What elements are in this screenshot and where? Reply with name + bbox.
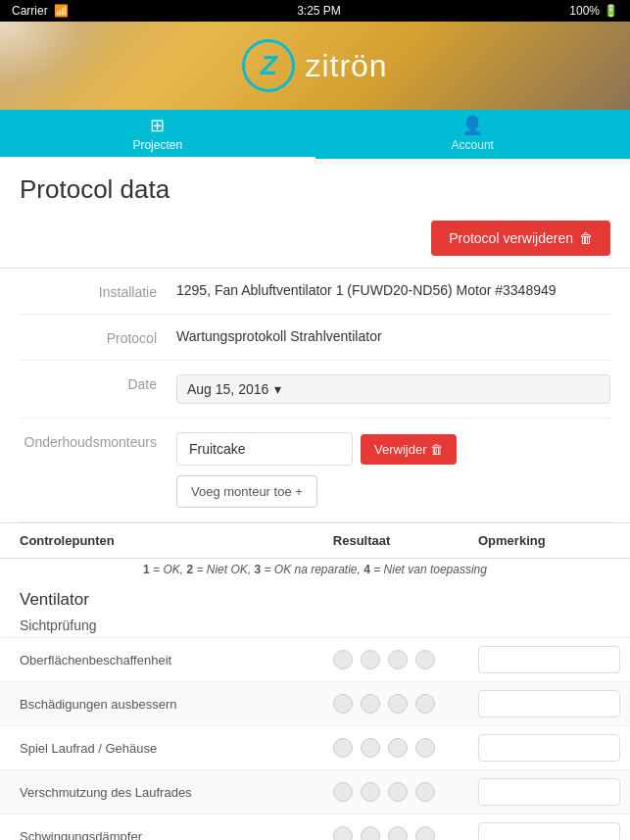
info-section: Installatie 1295, Fan Abluftventilator 1… xyxy=(0,268,630,522)
installatie-value: 1295, Fan Abluftventilator 1 (FUWD20-ND5… xyxy=(176,282,610,298)
radio-2[interactable] xyxy=(361,782,380,802)
delete-protocol-button[interactable]: Protocol verwijderen 🗑 xyxy=(431,221,610,256)
add-monteur-button[interactable]: Voeg monteur toe + xyxy=(176,475,317,508)
date-text: Aug 15, 2016 xyxy=(187,381,268,397)
legend-row: 1 = OK, 2 = Niet OK, 3 = OK na reparatie… xyxy=(0,559,630,581)
radio-4[interactable] xyxy=(415,782,435,802)
battery-label: 100% xyxy=(569,4,600,18)
radio-4[interactable] xyxy=(415,650,435,669)
radio-2[interactable] xyxy=(361,694,380,714)
logo-area: Z zitrön xyxy=(242,39,387,92)
td-opmerking xyxy=(468,682,630,726)
opmerking-input[interactable] xyxy=(478,778,620,806)
radio-4[interactable] xyxy=(415,826,435,840)
table-row: Schwingungsdämpfer xyxy=(0,815,630,841)
opmerking-input[interactable] xyxy=(478,690,620,717)
verwijder-button[interactable]: Verwijder 🗑 xyxy=(361,434,457,465)
radio-3[interactable] xyxy=(388,694,408,714)
section-title-ventilator: Ventilator xyxy=(0,580,630,614)
td-radio-group xyxy=(333,726,468,770)
row-label: Schwingungsdämpfer xyxy=(0,815,333,841)
protocol-row: Protocol Wartungsprotokoll Strahlventila… xyxy=(20,315,610,361)
opmerking-input[interactable] xyxy=(478,646,620,673)
protocol-label: Protocol xyxy=(20,328,176,346)
table-row: Verschmutzung des Laufrades xyxy=(0,770,630,815)
onderhoudsmonteurs-value: Verwijder 🗑 Voeg monteur toe + xyxy=(176,432,610,508)
date-select[interactable]: Aug 15, 2016 ▾ xyxy=(176,374,610,404)
installatie-label: Installatie xyxy=(20,282,176,300)
grid-icon: ⊞ xyxy=(150,115,165,136)
page-title: Protocol data xyxy=(20,174,610,205)
logo-circle: Z xyxy=(242,39,295,92)
th-resultaat: Resultaat xyxy=(333,523,468,559)
td-opmerking xyxy=(468,815,630,841)
th-controlepunten: Controlepunten xyxy=(0,523,333,559)
radio-3[interactable] xyxy=(388,650,408,669)
onderhoudsmonteurs-row: Onderhoudsmonteurs Verwijder 🗑 Voeg mont… xyxy=(20,419,610,522)
status-time: 3:25 PM xyxy=(297,4,341,18)
radio-4[interactable] xyxy=(415,694,435,714)
monteur-row: Verwijder 🗑 Voeg monteur toe + xyxy=(176,432,610,508)
app-header: Z zitrön xyxy=(0,22,630,110)
sub-title-sichtprufung: Sichtprüfung xyxy=(0,614,630,638)
radio-1[interactable] xyxy=(333,826,353,840)
add-monteur-label: Voeg monteur toe + xyxy=(191,484,303,499)
tab-account[interactable]: 👤 Account xyxy=(315,110,631,159)
td-radio-group xyxy=(333,638,468,682)
monteur-input[interactable] xyxy=(176,432,353,466)
table-header-row: Controlepunten Resultaat Opmerking xyxy=(0,523,630,559)
tab-bar: ⊞ Projecten 👤 Account xyxy=(0,110,630,159)
radio-group xyxy=(333,650,468,669)
radio-3[interactable] xyxy=(388,782,408,802)
row-label: Bschädigungen ausbessern xyxy=(0,682,333,726)
sub-header-sichtprufung: Sichtprüfung xyxy=(0,614,630,638)
date-label: Date xyxy=(20,374,176,392)
opmerking-input[interactable] xyxy=(478,734,620,762)
td-radio-group xyxy=(333,682,468,726)
battery-icon: 🔋 xyxy=(604,4,618,18)
row-label: Oberflächenbeschaffenheit xyxy=(0,638,333,682)
table-row: Spiel Laufrad / Gehäuse xyxy=(0,726,630,770)
legend-2: 2 xyxy=(186,563,193,576)
onderhoudsmonteurs-label: Onderhoudsmonteurs xyxy=(20,432,176,450)
radio-4[interactable] xyxy=(415,738,435,758)
legend-text: 1 = OK, 2 = Niet OK, 3 = OK na reparatie… xyxy=(0,559,630,581)
radio-1[interactable] xyxy=(333,694,353,714)
delete-icon: 🗑 xyxy=(430,442,443,457)
installatie-row: Installatie 1295, Fan Abluftventilator 1… xyxy=(20,269,610,315)
td-opmerking xyxy=(468,726,630,770)
protocol-value: Wartungsprotokoll Strahlventilator xyxy=(176,328,610,344)
person-icon: 👤 xyxy=(461,115,483,136)
radio-1[interactable] xyxy=(333,782,353,802)
radio-3[interactable] xyxy=(388,826,408,840)
chevron-down-icon: ▾ xyxy=(274,381,281,397)
row-label: Spiel Laufrad / Gehäuse xyxy=(0,726,333,770)
carrier-label: Carrier xyxy=(12,4,48,18)
logo-text: zitrön xyxy=(305,48,387,84)
td-radio-group xyxy=(333,815,468,841)
radio-group xyxy=(333,782,468,802)
radio-2[interactable] xyxy=(361,826,380,840)
radio-1[interactable] xyxy=(333,738,353,758)
add-monteur-area: Voeg monteur toe + xyxy=(176,475,610,508)
radio-2[interactable] xyxy=(361,738,380,758)
tab-projecten[interactable]: ⊞ Projecten xyxy=(0,110,315,159)
legend-4: 4 xyxy=(363,563,370,576)
td-opmerking xyxy=(468,770,630,815)
page-header: Protocol data xyxy=(0,159,630,213)
verwijder-label: Verwijder xyxy=(374,442,426,457)
status-right: 100% 🔋 xyxy=(569,4,618,18)
status-left: Carrier 📶 xyxy=(12,4,69,18)
legend-3: 3 xyxy=(254,563,261,576)
section-header-ventilator: Ventilator xyxy=(0,580,630,614)
table-row: Bschädigungen ausbessern xyxy=(0,682,630,726)
radio-2[interactable] xyxy=(361,650,380,669)
trash-icon: 🗑 xyxy=(579,230,593,246)
radio-group xyxy=(333,738,468,758)
date-value: Aug 15, 2016 ▾ xyxy=(176,374,610,404)
opmerking-input[interactable] xyxy=(478,822,620,840)
tab-account-label: Account xyxy=(452,138,494,152)
radio-3[interactable] xyxy=(388,738,408,758)
radio-1[interactable] xyxy=(333,650,353,669)
td-opmerking xyxy=(468,638,630,682)
